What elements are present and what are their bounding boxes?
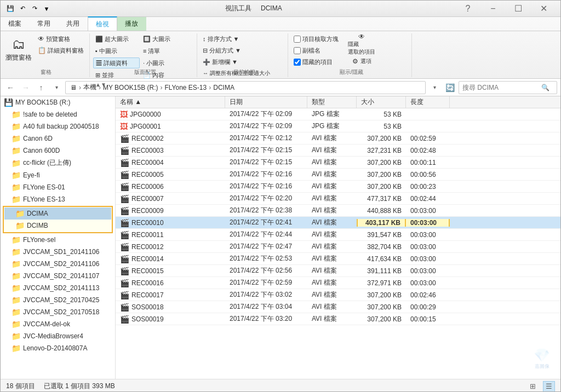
search-input[interactable]	[462, 84, 539, 91]
sidebar-item-jvccam4[interactable]: 📁 JVCCAM_SD2_20141113	[1, 282, 115, 294]
sidebar-flyonesel-label: FLYone-sel	[23, 236, 55, 244]
file-row-rec00007[interactable]: 🎬REC00007 2017/4/22 下午 02:20 AVI 檔案 477,…	[116, 193, 560, 205]
sidebar-item-jvccam3[interactable]: 📁 JVCCAM_SD2_20141107	[1, 270, 115, 282]
sidebar-item-safe[interactable]: 📁 !safe to be deleted	[1, 108, 115, 120]
refresh-btn[interactable]: 🔄	[443, 81, 456, 94]
search-icon[interactable]: 🔍	[541, 84, 549, 91]
col-header-date[interactable]: 日期	[225, 96, 307, 108]
help-btn[interactable]: ?	[455, 1, 480, 17]
path-home-icon[interactable]: 🖥	[69, 84, 78, 91]
undo-quick-btn[interactable]: ↶	[17, 3, 28, 14]
col-header-duration[interactable]: 長度	[406, 96, 450, 108]
tab-share[interactable]: 共用	[59, 17, 88, 31]
file-row-sos00019[interactable]: 🎬SOS00019 2017/4/22 下午 03:20 AVI 檔案 307,…	[116, 313, 560, 325]
item-checkbox-option[interactable]: 項目核取方塊	[291, 33, 341, 44]
sidebar-item-canon600d[interactable]: 📁 Canon 600D	[1, 145, 115, 157]
maximize-btn[interactable]: ☐	[506, 1, 531, 17]
expand-layout-btn[interactable]: ▲▼	[93, 82, 193, 88]
item-checkbox-input[interactable]	[294, 36, 301, 43]
tab-file[interactable]: 檔案	[1, 17, 30, 31]
file-row-rec00009[interactable]: 🎬REC00009 2017/4/22 下午 02:38 AVI 檔案 440,…	[116, 205, 560, 217]
browse-pane-btn[interactable]: 🗂 瀏覽窗格	[3, 33, 35, 65]
sidebar-item-eyefi[interactable]: 📁 Eye-fi	[1, 169, 115, 181]
extension-input[interactable]	[294, 47, 301, 54]
file-row-rec00014[interactable]: 🎬REC00014 2017/4/22 下午 02:53 AVI 檔案 417,…	[116, 253, 560, 265]
file-row-rec00004[interactable]: 🎬REC00004 2017/4/22 下午 02:15 AVI 檔案 307,…	[116, 157, 560, 169]
save-quick-btn[interactable]: 💾	[5, 3, 16, 14]
medium-icon-btn[interactable]: ▪ 中圖示	[93, 45, 140, 56]
current-view-label: 目前檢視	[201, 68, 288, 76]
file-row-rec00002[interactable]: 🎬REC00002 2017/4/22 下午 02:12 AVI 檔案 307,…	[116, 132, 560, 145]
large-icon-btn[interactable]: 🔲 大圖示	[141, 33, 187, 44]
minimize-btn[interactable]: −	[480, 1, 506, 17]
sidebar-item-jvccam1[interactable]: 📁 JVCCAM_SD1_20141106	[1, 246, 115, 258]
sidebar-jvccam6-label: JVCCAM_SD2_20170518	[23, 308, 99, 316]
xlarge-icon-btn[interactable]: ⬛ 超大圖示	[93, 33, 140, 44]
detail-pane-btn[interactable]: 📋詳細資料窗格	[36, 45, 86, 56]
file-row-rec00015[interactable]: 🎬REC00015 2017/4/22 下午 02:56 AVI 檔案 391,…	[116, 265, 560, 277]
details-view-btn[interactable]: ☰	[543, 381, 555, 392]
tab-view[interactable]: 檢視	[88, 16, 117, 31]
options-btn[interactable]: ⚙選項	[345, 56, 378, 67]
add-col-btn[interactable]: ➕ 新增欄 ▼	[201, 56, 284, 67]
up-btn[interactable]: ↑	[35, 81, 48, 94]
file-row-rec00010[interactable]: 🎬REC00010 2017/4/22 下午 02:41 AVI 檔案 403,…	[116, 217, 560, 229]
sidebar-item-canon6d[interactable]: 📁 Canon 6D	[1, 132, 115, 145]
close-btn[interactable]: ✕	[531, 1, 556, 17]
detail-view-btn[interactable]: ☰ 詳細資料	[93, 57, 140, 68]
sidebar-item-a40[interactable]: 📁 A40 full backup 20040518	[1, 120, 115, 132]
back-btn[interactable]: ←	[4, 81, 17, 94]
sidebar-item-ccflickr[interactable]: 📁 cc-flickr (已上傳)	[1, 157, 115, 169]
file-row-rec00006[interactable]: 🎬REC00006 2017/4/22 下午 02:16 AVI 檔案 307,…	[116, 181, 560, 193]
path-dcima[interactable]: DCIMA	[212, 84, 236, 91]
small-icon-btn[interactable]: · 小圖示	[141, 57, 187, 68]
show-hide-content: 項目核取方塊 副檔名 隱藏的項目 👁 隱藏選取的項目 ⚙選項	[291, 33, 408, 67]
sidebar-item-lenovo[interactable]: 📁 Lenovo-D-20140807A	[1, 342, 115, 354]
path-dropdown-btn[interactable]: ▾	[428, 81, 441, 94]
file-row-rec00003[interactable]: 🎬REC00003 2017/4/22 下午 02:15 AVI 檔案 327,…	[116, 145, 560, 157]
folder-icon: 📁	[12, 235, 21, 244]
sidebar-item-flyone01[interactable]: 📁 FLYone ES-01	[1, 181, 115, 193]
file-icon-avi: 🎬	[120, 255, 129, 263]
file-row-rec00012[interactable]: 🎬REC00012 2017/4/22 下午 02:47 AVI 檔案 382,…	[116, 241, 560, 253]
list-btn[interactable]: ≡ 清單	[141, 45, 187, 56]
forward-btn[interactable]: →	[19, 81, 32, 94]
file-row-jpg00001[interactable]: 🖼JPG00001 2017/4/22 下午 02:09 JPG 檔案 53 K…	[116, 120, 560, 132]
file-row-jpg00000[interactable]: 🖼JPG00000 2017/4/22 下午 02:09 JPG 檔案 53 K…	[116, 108, 560, 120]
search-box[interactable]: 🔍	[459, 81, 557, 94]
sidebar-item-jvccam5[interactable]: 📁 JVCCAM_SD2_20170425	[1, 294, 115, 306]
file-row-rec00016[interactable]: 🎬REC00016 2017/4/22 下午 02:59 AVI 檔案 372,…	[116, 277, 560, 289]
sidebar-item-flyone13[interactable]: 📁 FLYone ES-13	[1, 193, 115, 205]
redo-quick-btn[interactable]: ↷	[29, 3, 40, 14]
sidebar-canon6d-label: Canon 6D	[23, 135, 53, 142]
sidebar-item-dcimb[interactable]: 📁 DCIMB	[4, 220, 111, 232]
hide-selected-btn[interactable]: 👁 隱藏選取的項目	[345, 33, 378, 55]
large-icons-view-btn[interactable]: ⊞	[526, 381, 539, 392]
file-row-rec00011[interactable]: 🎬REC00011 2017/4/22 下午 02:44 AVI 檔案 391,…	[116, 229, 560, 241]
sidebar-item-dcima[interactable]: 📁 DCIMA	[4, 207, 111, 220]
preview-pane-icon: 👁	[38, 35, 44, 43]
tab-play[interactable]: 播放	[117, 17, 146, 31]
group-by-btn[interactable]: ⊟ 分組方式 ▼	[201, 45, 284, 56]
sidebar-item-drive[interactable]: 💾 MY BOOK15B (R:)	[1, 96, 115, 108]
col-header-size[interactable]: 大小	[357, 96, 406, 108]
recent-locations-btn[interactable]: ▾	[50, 81, 63, 94]
sidebar-item-jvccam6[interactable]: 📁 JVCCAM_SD2_20170518	[1, 306, 115, 318]
extension-option[interactable]: 副檔名	[291, 45, 341, 56]
sidebar-item-jvccamdel[interactable]: 📁 JVCCAM-del-ok	[1, 318, 115, 330]
hidden-items-option[interactable]: 隱藏的項目	[291, 56, 341, 67]
preview-pane-btn[interactable]: 👁預覽窗格	[36, 33, 86, 44]
file-icon-avi: 🎬	[120, 170, 129, 179]
customize-quick-btn[interactable]: ▼	[41, 3, 52, 14]
file-row-rec00017[interactable]: 🎬REC00017 2017/4/22 下午 03:02 AVI 檔案 307,…	[116, 289, 560, 301]
col-header-name[interactable]: 名稱 ▲	[116, 96, 225, 108]
sidebar-item-jvcmedia[interactable]: 📁 JVC-MediaBrowser4	[1, 330, 115, 342]
file-row-rec00005[interactable]: 🎬REC00005 2017/4/22 下午 02:16 AVI 檔案 307,…	[116, 169, 560, 181]
sidebar-item-jvccam2[interactable]: 📁 JVCCAM_SD2_20141106	[1, 258, 115, 270]
tab-home[interactable]: 常用	[30, 17, 59, 31]
col-header-type[interactable]: 類型	[307, 96, 357, 108]
hidden-items-input[interactable]	[294, 59, 301, 66]
sort-by-btn[interactable]: ↕ 排序方式 ▼	[201, 33, 284, 44]
file-row-sos00018[interactable]: 🎬SOS00018 2017/4/22 下午 03:04 AVI 檔案 307,…	[116, 301, 560, 313]
sidebar-item-flyonesel[interactable]: 📁 FLYone-sel	[1, 234, 115, 246]
